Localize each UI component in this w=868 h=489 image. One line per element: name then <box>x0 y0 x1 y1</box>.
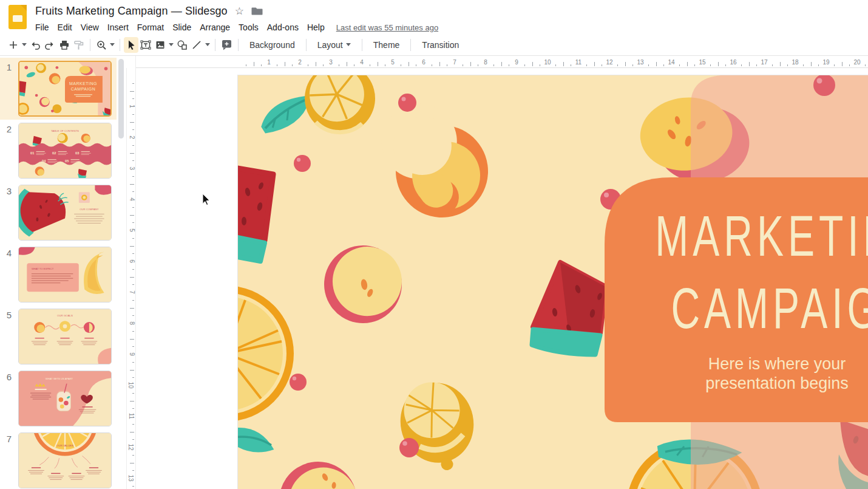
slide-number: 3 <box>0 185 18 241</box>
text-box-button[interactable] <box>138 37 153 53</box>
svg-text:OUR VALUES: OUR VALUES <box>56 445 73 448</box>
vruler-number-12: 12 <box>127 443 134 450</box>
slide-thumbnail-6[interactable]: 6 WHAT SETS US APART <box>0 368 117 429</box>
menu-insert[interactable]: Insert <box>103 21 133 34</box>
toolbar-separator <box>120 39 120 51</box>
toolbar-separator <box>90 39 90 51</box>
slide-number: 6 <box>0 371 18 426</box>
menubar: File Edit View Insert Format Slide Arran… <box>31 19 438 35</box>
hruler-number-11: 11 <box>575 59 581 66</box>
menu-edit[interactable]: Edit <box>53 21 76 34</box>
vruler-number-1: 1 <box>129 104 136 108</box>
svg-text:MARKETING: MARKETING <box>69 81 97 86</box>
print-button[interactable] <box>57 37 72 53</box>
slide-number: 7 <box>0 433 18 488</box>
menu-format[interactable]: Format <box>133 21 168 34</box>
image-dropdown-icon[interactable] <box>168 43 175 46</box>
slide-thumbnail-4[interactable]: 4 WHAT TO EXPECT <box>0 244 117 306</box>
editor-area: 1234567891011121314151617181920 12345678… <box>126 56 868 489</box>
insert-shape-button[interactable] <box>175 37 189 53</box>
hruler-number-16: 16 <box>730 59 736 66</box>
slide-thumbnail-5[interactable]: 5 OUR GOALS <box>0 306 117 368</box>
zoom-button[interactable] <box>94 37 109 53</box>
hruler-number-18: 18 <box>792 59 798 66</box>
redo-button[interactable] <box>42 37 57 53</box>
slide-thumbnail-3[interactable]: 3 OUR COMPANY <box>0 182 117 244</box>
vruler-number-3: 3 <box>129 166 136 170</box>
menu-file[interactable]: File <box>31 21 53 34</box>
scrollbar-thumb[interactable] <box>118 59 124 138</box>
document-title[interactable]: Fruits Marketing Campaign — Slidesgo <box>35 5 228 18</box>
hruler-number-6: 6 <box>422 59 426 66</box>
google-slides-app: Fruits Marketing Campaign — Slidesgo ☆ F… <box>0 0 868 489</box>
slide-subtitle-line2[interactable]: presentation begins <box>705 374 849 392</box>
slide-thumbnail-2[interactable]: 2 TABLE OF CONTENTS 01 02 03 04 <box>0 120 117 182</box>
slide-subtitle-line1[interactable]: Here is where your <box>708 355 846 373</box>
menu-addons[interactable]: Add-ons <box>263 21 303 34</box>
slides-logo-icon[interactable] <box>8 5 27 29</box>
vruler-number-9: 9 <box>129 352 136 356</box>
hruler-number-17: 17 <box>761 59 767 66</box>
slide-title-line2[interactable]: CAMPAIGN <box>671 277 868 340</box>
toolbar-separator <box>306 39 307 51</box>
slide-6-preview: WHAT SETS US APART <box>19 371 111 426</box>
hruler-number-13: 13 <box>637 59 643 66</box>
zoom-dropdown-icon[interactable] <box>109 43 116 46</box>
toolbar-separator <box>215 39 215 51</box>
undo-button[interactable] <box>28 37 42 53</box>
move-folder-icon[interactable] <box>251 6 263 16</box>
toolbar-separator <box>362 39 362 51</box>
layout-button[interactable]: Layout <box>310 37 358 53</box>
slide-1-preview: MARKETING CAMPAIGN <box>19 62 110 115</box>
slide-5-preview: OUR GOALS <box>19 309 111 364</box>
vertical-ruler: 12345678910111213 <box>126 68 136 489</box>
vruler-number-2: 2 <box>129 135 136 139</box>
hruler-number-4: 4 <box>360 59 364 66</box>
slide-number: 4 <box>0 247 18 303</box>
last-edit-link[interactable]: Last edit was 55 minutes ago <box>336 23 438 32</box>
vruler-number-13: 13 <box>127 474 134 481</box>
menu-help[interactable]: Help <box>303 21 329 34</box>
toolbar-separator <box>410 39 411 51</box>
slide-3-preview: OUR COMPANY <box>19 185 111 240</box>
svg-text:02: 02 <box>52 151 56 155</box>
svg-text:WHAT SETS US APART: WHAT SETS US APART <box>46 377 73 380</box>
hruler-number-15: 15 <box>699 59 705 66</box>
slide-title-line1[interactable]: MARKETING <box>655 204 868 267</box>
svg-text:04: 04 <box>42 159 46 163</box>
vruler-number-4: 4 <box>129 197 136 201</box>
insert-image-button[interactable] <box>153 37 168 53</box>
svg-text:WHAT TO EXPECT: WHAT TO EXPECT <box>32 268 54 271</box>
title-box[interactable]: MARKETING CAMPAIGN Here is where your pr… <box>605 177 868 422</box>
menu-view[interactable]: View <box>76 21 103 34</box>
svg-text:05: 05 <box>65 159 69 163</box>
slide-2-preview: TABLE OF CONTENTS 01 02 03 04 05 <box>19 123 111 178</box>
vruler-number-11: 11 <box>127 413 134 419</box>
filmstrip-scrollbar <box>117 56 126 489</box>
insert-line-button[interactable] <box>189 37 204 53</box>
insert-comment-button[interactable] <box>219 37 234 53</box>
new-slide-button[interactable] <box>6 37 21 53</box>
slide-thumbnail-7[interactable]: 7 OUR VALUES <box>0 429 117 489</box>
star-icon[interactable]: ☆ <box>235 6 244 16</box>
vruler-number-6: 6 <box>129 259 136 263</box>
menu-arrange[interactable]: Arrange <box>195 21 234 34</box>
hruler-number-19: 19 <box>822 59 829 66</box>
hruler-number-3: 3 <box>329 59 333 66</box>
transition-button[interactable]: Transition <box>415 37 466 53</box>
slide-thumbnail-1[interactable]: 1 MAR <box>0 58 117 120</box>
theme-button[interactable]: Theme <box>366 37 407 53</box>
line-dropdown-icon[interactable] <box>204 43 211 46</box>
slide-number: 2 <box>0 123 18 179</box>
new-slide-dropdown-icon[interactable] <box>21 43 28 46</box>
titlebar: Fruits Marketing Campaign — Slidesgo ☆ F… <box>0 0 868 34</box>
vruler-number-7: 7 <box>129 290 136 294</box>
layout-dropdown-icon <box>346 43 351 46</box>
background-button[interactable]: Background <box>242 37 302 53</box>
select-tool-button[interactable] <box>124 37 138 53</box>
slide-canvas[interactable]: MARKETING CAMPAIGN Here is where your pr… <box>238 75 868 489</box>
slide-filmstrip: 1 MAR <box>0 56 117 489</box>
vruler-number-10: 10 <box>127 381 134 388</box>
menu-tools[interactable]: Tools <box>234 21 263 34</box>
menu-slide[interactable]: Slide <box>168 21 195 34</box>
